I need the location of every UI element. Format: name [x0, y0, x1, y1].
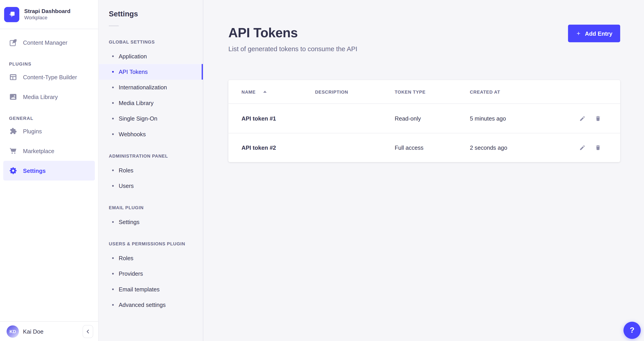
subnav-item-api-tokens[interactable]: API Tokens	[99, 64, 203, 79]
api-tokens-table: NAME DESCRIPTION TOKEN TYPE CREATED AT A…	[228, 80, 620, 162]
cell-created-at: 5 minutes ago	[470, 115, 579, 122]
user-name[interactable]: Kai Doe	[23, 328, 43, 335]
sidebar-item-marketplace[interactable]: Marketplace	[0, 141, 98, 161]
subnav-item-admin-users[interactable]: Users	[99, 178, 203, 194]
subnav-item-webhooks[interactable]: Webhooks	[99, 126, 203, 142]
plus-icon	[576, 31, 581, 36]
subnav-section-email-plugin: EMAIL PLUGIN Settings	[99, 204, 203, 230]
column-header-created-at: CREATED AT	[470, 89, 601, 94]
page-header: API Tokens List of generated tokens to c…	[228, 25, 620, 54]
trash-icon	[595, 144, 601, 151]
bullet-icon	[112, 289, 114, 290]
strapi-logo-icon	[4, 7, 19, 22]
subnav-item-label: Application	[119, 53, 147, 59]
pencil-icon	[579, 115, 586, 122]
sidebar-item-label: Content-Type Builder	[23, 74, 77, 80]
subnav-item-admin-roles[interactable]: Roles	[99, 163, 203, 178]
bullet-icon	[112, 273, 114, 274]
subnav-item-label: Media Library	[119, 100, 154, 106]
column-header-description: DESCRIPTION	[315, 89, 395, 94]
subnav-section-administration-panel: ADMINISTRATION PANEL Roles Users	[99, 153, 203, 194]
cell-token-type: Read-only	[395, 115, 470, 122]
bullet-icon	[112, 133, 114, 135]
sort-ascending-icon	[263, 90, 267, 93]
subnav-item-label: API Tokens	[119, 68, 148, 75]
bullet-icon	[112, 169, 114, 171]
avatar[interactable]: KD	[6, 325, 19, 338]
table-row[interactable]: API token #1 Read-only 5 minutes ago	[228, 104, 620, 133]
column-header-name[interactable]: NAME	[242, 89, 315, 94]
main-nav-list: Content Manager PLUGINS Content-Type Bui…	[0, 29, 98, 180]
bullet-icon	[112, 87, 114, 88]
edit-button[interactable]	[579, 115, 586, 122]
subnav-item-single-sign-on[interactable]: Single Sign-On	[99, 111, 203, 126]
subnav-item-up-roles[interactable]: Roles	[99, 250, 203, 266]
subnav-item-media-library[interactable]: Media Library	[99, 95, 203, 111]
bullet-icon	[112, 185, 114, 187]
subnav-item-label: Single Sign-On	[119, 115, 157, 122]
brand-workspace: Workplace	[24, 15, 70, 21]
gear-icon	[9, 167, 17, 175]
pencil-icon	[579, 144, 586, 151]
page-header-text: API Tokens List of generated tokens to c…	[228, 25, 357, 54]
bullet-icon	[112, 304, 114, 306]
sidebar-item-label: Content Manager	[23, 39, 68, 46]
nav-section-general: GENERAL	[0, 115, 98, 121]
strapi-dashboard-app: Strapi Dashboard Workplace Content Manag…	[0, 0, 644, 341]
brand-text: Strapi Dashboard Workplace	[24, 8, 70, 21]
sidebar-item-label: Media Library	[23, 94, 58, 100]
cell-created-at: 2 seconds ago	[470, 144, 579, 151]
bullet-icon	[112, 118, 114, 119]
content-manager-icon	[9, 39, 17, 47]
sidebar-item-settings[interactable]: Settings	[3, 161, 95, 181]
subnav-section-header: ADMINISTRATION PANEL	[99, 153, 203, 159]
sidebar-item-label: Plugins	[23, 128, 42, 134]
cell-token-type: Full access	[395, 144, 470, 151]
media-library-icon	[9, 93, 17, 101]
content-type-builder-icon	[9, 73, 17, 81]
plugins-icon	[9, 127, 17, 136]
subnav-section-header: EMAIL PLUGIN	[99, 204, 203, 211]
table-header-row: NAME DESCRIPTION TOKEN TYPE CREATED AT	[228, 80, 620, 104]
main-content: API Tokens List of generated tokens to c…	[204, 0, 644, 341]
edit-button[interactable]	[579, 144, 586, 151]
column-header-token-type: TOKEN TYPE	[395, 89, 470, 94]
sidebar-item-content-type-builder[interactable]: Content-Type Builder	[0, 67, 98, 87]
marketplace-cart-icon	[9, 147, 17, 155]
bullet-icon	[112, 55, 114, 57]
subnav-item-email-templates[interactable]: Email templates	[99, 282, 203, 297]
subnav-item-providers[interactable]: Providers	[99, 266, 203, 281]
subnav-item-application[interactable]: Application	[99, 48, 203, 64]
delete-button[interactable]	[595, 144, 601, 151]
add-entry-button[interactable]: Add Entry	[568, 25, 620, 42]
viewport: Strapi Dashboard Workplace Content Manag…	[0, 0, 644, 341]
page-subtitle: List of generated tokens to consume the …	[228, 44, 357, 54]
subnav-item-label: Roles	[119, 167, 133, 174]
page-title: API Tokens	[228, 25, 357, 41]
sidebar-item-content-manager[interactable]: Content Manager	[0, 33, 98, 52]
subnav-item-internationalization[interactable]: Internationalization	[99, 80, 203, 95]
subnav-item-label: Email templates	[119, 286, 160, 293]
subnav-divider	[109, 25, 119, 26]
sidebar-item-plugins[interactable]: Plugins	[0, 121, 98, 141]
sidebar-item-label: Marketplace	[23, 148, 54, 154]
collapse-nav-button[interactable]	[82, 325, 93, 338]
subnav-item-label: Providers	[119, 271, 143, 277]
chevron-left-icon	[86, 329, 90, 334]
settings-subnav: Settings GLOBAL SETTINGS Application API…	[99, 0, 203, 341]
row-actions	[579, 115, 601, 122]
sidebar-item-media-library[interactable]: Media Library	[0, 87, 98, 107]
subnav-section-header: USERS & PERMISSIONS PLUGIN	[99, 240, 203, 247]
help-button[interactable]: ?	[624, 322, 641, 339]
delete-button[interactable]	[595, 115, 601, 122]
subnav-item-label: Users	[119, 183, 134, 189]
add-entry-label: Add Entry	[585, 30, 612, 36]
table-row[interactable]: API token #2 Full access 2 seconds ago	[228, 133, 620, 162]
nav-section-plugins: PLUGINS	[0, 61, 98, 67]
subnav-item-advanced-settings[interactable]: Advanced settings	[99, 297, 203, 313]
sidebar-item-label: Settings	[23, 167, 46, 174]
workspace-brand[interactable]: Strapi Dashboard Workplace	[0, 0, 98, 29]
subnav-section-users-permissions: USERS & PERMISSIONS PLUGIN Roles Provide…	[99, 240, 203, 313]
subnav-title: Settings	[99, 0, 203, 19]
subnav-item-email-settings[interactable]: Settings	[99, 214, 203, 230]
